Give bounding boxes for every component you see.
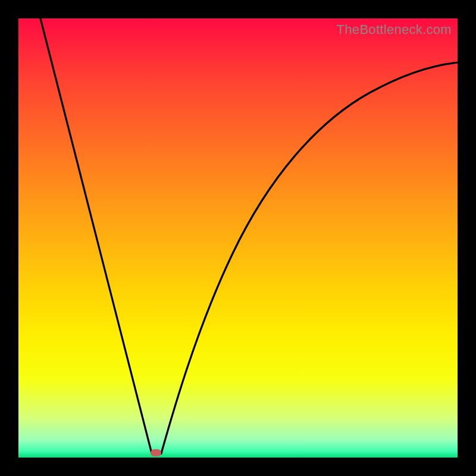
optimal-marker [151,449,161,456]
bottleneck-curve [18,18,458,458]
chart-frame: TheBottleneck.com [0,0,476,476]
plot-area: TheBottleneck.com [18,18,458,458]
